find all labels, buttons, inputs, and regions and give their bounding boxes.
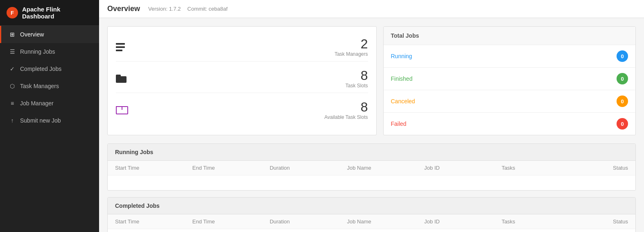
col-tasks: Tasks: [502, 165, 579, 171]
col-job-id: Job ID: [424, 165, 502, 171]
sidebar-item-job-manager[interactable]: ≡ Job Manager: [0, 95, 99, 112]
total-jobs-row-running: Running 0: [384, 45, 636, 68]
top-bar-meta: Version: 1.7.2 Commit: ceba8af: [148, 6, 228, 12]
stats-row: 2 Task Managers 8 Task Slots: [107, 26, 636, 135]
failed-badge: 0: [617, 118, 628, 130]
col-start-time-c: Start Time: [115, 218, 192, 225]
top-bar: Overview Version: 1.7.2 Commit: ceba8af: [99, 0, 644, 18]
running-badge: 0: [617, 50, 628, 62]
list-icon: ☰: [9, 48, 16, 55]
task-slots-icon: [116, 75, 127, 83]
menu-icon: ≡: [9, 100, 16, 107]
brand-title: Apache Flink Dashboard: [22, 6, 93, 20]
sidebar-item-job-manager-label: Job Manager: [20, 100, 54, 107]
server-icon: ⬡: [9, 83, 16, 89]
running-jobs-title: Running Jobs: [108, 144, 635, 161]
col-job-name-c: Job Name: [347, 218, 424, 225]
page-title: Overview: [107, 5, 140, 13]
sidebar-item-submit-job[interactable]: ↑ Submit new Job: [0, 112, 99, 129]
available-slots-label: Available Task Slots: [324, 114, 368, 120]
check-circle-icon: ✓: [9, 66, 16, 72]
col-status-c: Status: [579, 218, 628, 225]
completed-jobs-table-body: [108, 229, 635, 232]
sidebar: F Apache Flink Dashboard ⊞ Overview ☰ Ru…: [0, 0, 99, 232]
task-slots-stats: 8 Task Slots: [346, 69, 368, 89]
total-jobs-row-finished: Finished 0: [384, 68, 636, 90]
task-managers-value: 2: [334, 37, 368, 50]
content-area: 2 Task Managers 8 Task Slots: [99, 18, 644, 232]
total-jobs-row-canceled: Canceled 0: [384, 90, 636, 113]
total-jobs-row-failed: Failed 0: [384, 113, 636, 135]
task-slots-value: 8: [346, 69, 368, 82]
stat-row-task-slots: 8 Task Slots: [116, 65, 368, 93]
sidebar-item-running-jobs[interactable]: ☰ Running Jobs: [0, 43, 99, 60]
brand-icon: F: [7, 7, 18, 18]
stat-row-available-slots: 8 Available Task Slots: [116, 96, 368, 124]
col-duration-c: Duration: [270, 218, 347, 225]
sidebar-nav: ⊞ Overview ☰ Running Jobs ✓ Completed Jo…: [0, 26, 99, 232]
task-managers-stats: 2 Task Managers: [334, 37, 368, 57]
version-label: Version: 1.7.2: [148, 6, 181, 12]
task-managers-icon: [116, 43, 125, 51]
sidebar-item-submit-job-label: Submit new Job: [20, 117, 61, 124]
col-end-time: End Time: [192, 165, 270, 171]
stats-card-inner: 2 Task Managers 8 Task Slots: [116, 33, 368, 124]
finished-badge: 0: [617, 73, 628, 84]
col-start-time: Start Time: [115, 165, 192, 171]
running-jobs-section: Running Jobs Start Time End Time Duratio…: [107, 143, 636, 191]
sidebar-item-completed-jobs[interactable]: ✓ Completed Jobs: [0, 60, 99, 77]
sidebar-item-overview[interactable]: ⊞ Overview: [0, 26, 99, 43]
stats-card: 2 Task Managers 8 Task Slots: [107, 26, 377, 135]
total-jobs-card: Total Jobs Running 0 Finished 0 Canceled…: [383, 26, 636, 135]
sidebar-item-task-managers[interactable]: ⬡ Task Managers: [0, 77, 99, 95]
task-managers-label: Task Managers: [334, 51, 368, 57]
running-label: Running: [391, 53, 412, 59]
col-tasks-c: Tasks: [502, 218, 579, 225]
col-job-id-c: Job ID: [424, 218, 502, 225]
upload-icon: ↑: [9, 117, 16, 124]
grid-icon: ⊞: [9, 31, 16, 38]
col-status: Status: [579, 165, 628, 171]
task-slots-label: Task Slots: [346, 83, 368, 89]
running-jobs-table-body: [108, 175, 635, 190]
available-slots-icon: [116, 106, 127, 114]
col-job-name: Job Name: [347, 165, 424, 171]
sidebar-item-task-managers-label: Task Managers: [20, 83, 59, 89]
sidebar-item-completed-jobs-label: Completed Jobs: [20, 66, 61, 72]
finished-label: Finished: [391, 75, 413, 82]
canceled-badge: 0: [617, 96, 628, 107]
available-slots-stats: 8 Available Task Slots: [324, 100, 368, 120]
col-duration: Duration: [270, 165, 347, 171]
completed-jobs-section: Completed Jobs Start Time End Time Durat…: [107, 197, 636, 232]
total-jobs-header: Total Jobs: [384, 27, 636, 45]
available-slots-value: 8: [324, 100, 368, 114]
sidebar-item-running-jobs-label: Running Jobs: [20, 48, 55, 55]
main-content: Overview Version: 1.7.2 Commit: ceba8af: [99, 0, 644, 232]
completed-jobs-table-header: Start Time End Time Duration Job Name Jo…: [108, 214, 635, 229]
running-jobs-table-header: Start Time End Time Duration Job Name Jo…: [108, 161, 635, 175]
stat-row-task-managers: 2 Task Managers: [116, 33, 368, 61]
sidebar-header: F Apache Flink Dashboard: [0, 0, 99, 26]
canceled-label: Canceled: [391, 98, 415, 105]
completed-jobs-title: Completed Jobs: [108, 198, 635, 214]
col-end-time-c: End Time: [192, 218, 270, 225]
sidebar-item-overview-label: Overview: [20, 31, 44, 38]
failed-label: Failed: [391, 121, 407, 127]
commit-label: Commit: ceba8af: [188, 6, 228, 12]
